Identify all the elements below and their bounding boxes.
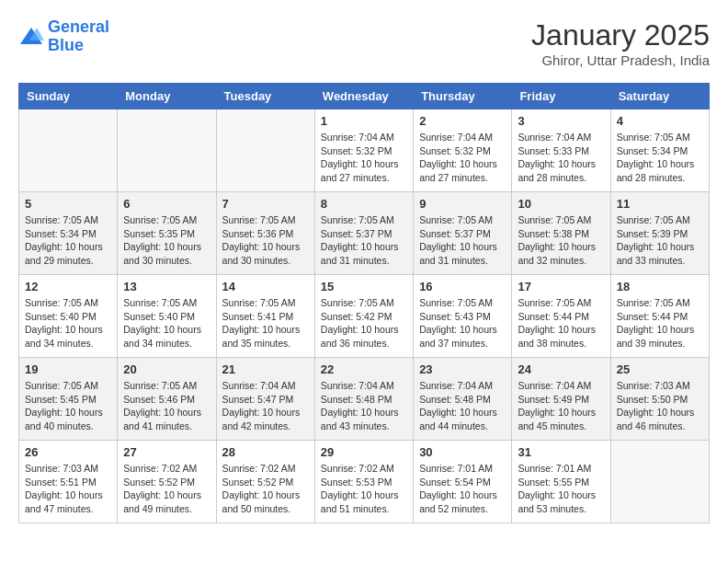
day-cell: 17Sunrise: 7:05 AMSunset: 5:44 PMDayligh…	[512, 275, 610, 358]
month-title: January 2025	[531, 18, 710, 52]
day-cell	[19, 109, 118, 192]
day-detail: Sunrise: 7:05 AMSunset: 5:45 PMDaylight:…	[25, 379, 111, 433]
location: Ghiror, Uttar Pradesh, India	[531, 52, 710, 68]
day-detail: Sunrise: 7:04 AMSunset: 5:48 PMDaylight:…	[419, 379, 506, 433]
day-cell: 21Sunrise: 7:04 AMSunset: 5:47 PMDayligh…	[216, 358, 314, 441]
day-cell: 15Sunrise: 7:05 AMSunset: 5:42 PMDayligh…	[314, 275, 413, 358]
day-number: 12	[25, 280, 111, 293]
logo-icon	[18, 24, 44, 50]
day-number: 28	[222, 445, 309, 459]
day-cell: 7Sunrise: 7:05 AMSunset: 5:36 PMDaylight…	[216, 192, 314, 275]
day-detail: Sunrise: 7:03 AMSunset: 5:50 PMDaylight:…	[617, 379, 703, 433]
day-cell: 29Sunrise: 7:02 AMSunset: 5:53 PMDayligh…	[314, 441, 413, 523]
day-cell: 18Sunrise: 7:05 AMSunset: 5:44 PMDayligh…	[610, 275, 709, 358]
day-cell: 8Sunrise: 7:05 AMSunset: 5:37 PMDaylight…	[314, 192, 413, 275]
day-number: 4	[617, 114, 703, 128]
day-detail: Sunrise: 7:05 AMSunset: 5:44 PMDaylight:…	[518, 296, 604, 350]
day-detail: Sunrise: 7:04 AMSunset: 5:32 PMDaylight:…	[419, 131, 506, 185]
day-detail: Sunrise: 7:05 AMSunset: 5:35 PMDaylight:…	[123, 213, 210, 268]
day-number: 30	[419, 445, 506, 459]
day-number: 16	[419, 280, 506, 293]
day-cell: 22Sunrise: 7:04 AMSunset: 5:48 PMDayligh…	[314, 358, 413, 441]
day-number: 1	[321, 114, 407, 128]
day-detail: Sunrise: 7:02 AMSunset: 5:53 PMDaylight:…	[321, 462, 407, 516]
day-number: 14	[222, 280, 309, 293]
day-number: 21	[222, 362, 309, 376]
title-block: January 2025 Ghiror, Uttar Pradesh, Indi…	[531, 18, 710, 68]
day-cell: 27Sunrise: 7:02 AMSunset: 5:52 PMDayligh…	[118, 441, 216, 523]
day-cell	[610, 441, 709, 523]
day-cell: 20Sunrise: 7:05 AMSunset: 5:46 PMDayligh…	[118, 358, 216, 441]
logo-line1: General	[48, 17, 109, 36]
day-cell: 28Sunrise: 7:02 AMSunset: 5:52 PMDayligh…	[216, 441, 314, 523]
day-number: 22	[321, 362, 407, 376]
calendar-table: SundayMondayTuesdayWednesdayThursdayFrid…	[18, 83, 710, 523]
day-number: 18	[617, 280, 703, 293]
day-cell: 13Sunrise: 7:05 AMSunset: 5:40 PMDayligh…	[118, 275, 216, 358]
day-number: 13	[123, 280, 210, 293]
header-thursday: Thursday	[414, 84, 512, 109]
day-cell	[216, 109, 314, 192]
week-row-3: 12Sunrise: 7:05 AMSunset: 5:40 PMDayligh…	[19, 275, 710, 358]
day-number: 23	[419, 362, 506, 376]
day-number: 2	[419, 114, 506, 128]
day-cell: 6Sunrise: 7:05 AMSunset: 5:35 PMDaylight…	[118, 192, 216, 275]
day-cell: 1Sunrise: 7:04 AMSunset: 5:32 PMDaylight…	[314, 109, 413, 192]
day-number: 27	[123, 445, 210, 459]
week-row-2: 5Sunrise: 7:05 AMSunset: 5:34 PMDaylight…	[19, 192, 710, 275]
day-cell: 30Sunrise: 7:01 AMSunset: 5:54 PMDayligh…	[414, 441, 512, 523]
day-detail: Sunrise: 7:05 AMSunset: 5:37 PMDaylight:…	[321, 213, 407, 268]
header-tuesday: Tuesday	[216, 84, 314, 109]
day-number: 29	[321, 445, 407, 459]
logo-text: General Blue	[48, 18, 109, 55]
day-cell: 5Sunrise: 7:05 AMSunset: 5:34 PMDaylight…	[19, 192, 118, 275]
day-detail: Sunrise: 7:01 AMSunset: 5:54 PMDaylight:…	[419, 462, 506, 516]
day-cell	[118, 109, 216, 192]
day-number: 3	[518, 114, 604, 128]
day-number: 20	[123, 362, 210, 376]
day-detail: Sunrise: 7:05 AMSunset: 5:43 PMDaylight:…	[419, 296, 506, 350]
day-detail: Sunrise: 7:05 AMSunset: 5:37 PMDaylight:…	[419, 213, 506, 268]
day-detail: Sunrise: 7:05 AMSunset: 5:44 PMDaylight:…	[617, 296, 703, 350]
day-number: 24	[518, 362, 604, 376]
day-number: 11	[617, 197, 703, 211]
day-detail: Sunrise: 7:05 AMSunset: 5:40 PMDaylight:…	[123, 296, 210, 350]
week-row-5: 26Sunrise: 7:03 AMSunset: 5:51 PMDayligh…	[19, 441, 710, 523]
day-cell: 26Sunrise: 7:03 AMSunset: 5:51 PMDayligh…	[19, 441, 118, 523]
day-cell: 25Sunrise: 7:03 AMSunset: 5:50 PMDayligh…	[610, 358, 709, 441]
day-cell: 14Sunrise: 7:05 AMSunset: 5:41 PMDayligh…	[216, 275, 314, 358]
header-wednesday: Wednesday	[314, 84, 413, 109]
day-cell: 2Sunrise: 7:04 AMSunset: 5:32 PMDaylight…	[414, 109, 512, 192]
header-row: SundayMondayTuesdayWednesdayThursdayFrid…	[19, 84, 710, 109]
day-cell: 19Sunrise: 7:05 AMSunset: 5:45 PMDayligh…	[19, 358, 118, 441]
day-detail: Sunrise: 7:01 AMSunset: 5:55 PMDaylight:…	[518, 462, 604, 516]
day-detail: Sunrise: 7:05 AMSunset: 5:46 PMDaylight:…	[123, 379, 210, 433]
day-cell: 24Sunrise: 7:04 AMSunset: 5:49 PMDayligh…	[512, 358, 610, 441]
day-number: 5	[25, 197, 111, 211]
day-detail: Sunrise: 7:04 AMSunset: 5:33 PMDaylight:…	[518, 131, 604, 185]
day-detail: Sunrise: 7:04 AMSunset: 5:48 PMDaylight:…	[321, 379, 407, 433]
day-detail: Sunrise: 7:05 AMSunset: 5:34 PMDaylight:…	[25, 213, 111, 268]
day-detail: Sunrise: 7:05 AMSunset: 5:40 PMDaylight:…	[25, 296, 111, 350]
day-number: 31	[518, 445, 604, 459]
day-detail: Sunrise: 7:05 AMSunset: 5:39 PMDaylight:…	[617, 213, 703, 268]
day-cell: 31Sunrise: 7:01 AMSunset: 5:55 PMDayligh…	[512, 441, 610, 523]
day-number: 10	[518, 197, 604, 211]
day-number: 8	[321, 197, 407, 211]
day-number: 17	[518, 280, 604, 293]
page-header: General Blue January 2025 Ghiror, Uttar …	[18, 18, 710, 68]
day-cell: 12Sunrise: 7:05 AMSunset: 5:40 PMDayligh…	[19, 275, 118, 358]
day-cell: 16Sunrise: 7:05 AMSunset: 5:43 PMDayligh…	[414, 275, 512, 358]
day-detail: Sunrise: 7:05 AMSunset: 5:41 PMDaylight:…	[222, 296, 309, 350]
day-number: 15	[321, 280, 407, 293]
day-cell: 9Sunrise: 7:05 AMSunset: 5:37 PMDaylight…	[414, 192, 512, 275]
day-cell: 23Sunrise: 7:04 AMSunset: 5:48 PMDayligh…	[414, 358, 512, 441]
day-number: 9	[419, 197, 506, 211]
header-saturday: Saturday	[610, 84, 709, 109]
logo-line2: Blue	[48, 36, 84, 54]
day-detail: Sunrise: 7:04 AMSunset: 5:32 PMDaylight:…	[321, 131, 407, 185]
day-number: 26	[25, 445, 111, 459]
logo: General Blue	[18, 18, 109, 55]
day-detail: Sunrise: 7:05 AMSunset: 5:38 PMDaylight:…	[518, 213, 604, 268]
header-friday: Friday	[512, 84, 610, 109]
